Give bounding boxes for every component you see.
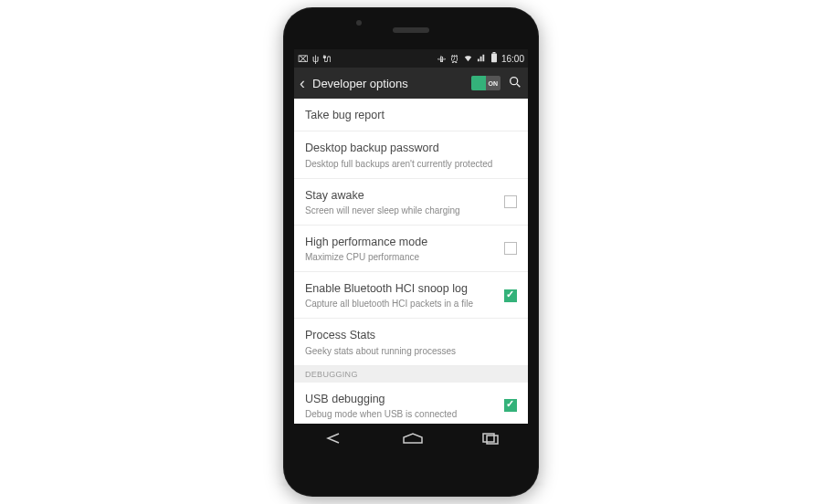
signal-icon	[477, 53, 487, 65]
checkbox-bt-hci-snoop[interactable]	[504, 289, 517, 302]
debug-icon: ⌧	[298, 54, 309, 64]
nav-bar	[294, 424, 528, 453]
row-desktop-backup-password[interactable]: Desktop backup password Desktop full bac…	[294, 131, 528, 178]
vibrate-icon: 📳︎	[437, 54, 447, 64]
phone-frame: ⌧ ψ 🔌︎ 📳︎ ⏰︎ 16:00 ‹ Develo	[283, 7, 539, 497]
row-subtitle: Desktop full backups aren't currently pr…	[305, 158, 517, 170]
checkbox-usb-debugging[interactable]	[504, 399, 517, 412]
row-subtitle: Screen will never sleep while charging	[305, 205, 497, 216]
toggle-label: ON	[489, 80, 499, 87]
checkbox-stay-awake[interactable]	[504, 195, 517, 208]
alarm-icon: ⏰︎	[450, 54, 459, 64]
clock: 16:00	[501, 54, 524, 64]
nav-recent-button[interactable]	[481, 432, 500, 445]
row-usb-debugging[interactable]: USB debugging Debug mode when USB is con…	[294, 383, 528, 425]
usb-icon: ψ	[312, 54, 319, 64]
row-subtitle: Maximize CPU performance	[305, 251, 497, 263]
row-enable-bt-hci-snoop[interactable]: Enable Bluetooth HCI snoop log Capture a…	[294, 272, 528, 319]
section-header-debugging: Debugging	[294, 366, 528, 383]
status-bar: ⌧ ψ 🔌︎ 📳︎ ⏰︎ 16:00	[294, 49, 528, 68]
back-icon[interactable]: ‹	[300, 75, 305, 91]
row-take-bug-report[interactable]: Take bug report	[294, 99, 528, 131]
row-high-performance-mode[interactable]: High performance mode Maximize CPU perfo…	[294, 226, 528, 272]
row-title: Stay awake	[305, 188, 497, 203]
svg-rect-1	[492, 52, 495, 54]
nav-back-button[interactable]	[322, 432, 344, 445]
front-camera	[356, 20, 362, 26]
row-title: Process Stats	[305, 328, 517, 342]
row-title: USB debugging	[305, 392, 497, 406]
status-left-icons: ⌧ ψ 🔌︎	[298, 54, 332, 64]
master-toggle[interactable]: ON	[471, 76, 501, 90]
row-title: Desktop backup password	[305, 141, 517, 155]
row-subtitle: Debug mode when USB is connected	[305, 408, 497, 420]
svg-line-3	[517, 84, 520, 87]
row-process-stats[interactable]: Process Stats Geeky stats about running …	[294, 319, 528, 365]
row-title: Enable Bluetooth HCI snoop log	[305, 281, 497, 296]
search-icon[interactable]	[508, 75, 522, 92]
row-stay-awake[interactable]: Stay awake Screen will never sleep while…	[294, 179, 528, 226]
action-bar: ‹ Developer options ON	[294, 68, 528, 99]
row-title: High performance mode	[305, 235, 497, 249]
row-subtitle: Capture all bluetooth HCI packets in a f…	[305, 298, 497, 310]
battery-icon	[490, 52, 498, 65]
wifi-icon	[463, 53, 473, 65]
status-right-icons: 📳︎ ⏰︎ 16:00	[437, 52, 524, 65]
page-title: Developer options	[312, 77, 464, 90]
row-title: Take bug report	[305, 108, 517, 122]
row-subtitle: Geeky stats about running processes	[305, 345, 517, 357]
svg-point-2	[511, 77, 518, 84]
checkbox-high-performance[interactable]	[504, 242, 517, 255]
screen: ⌧ ψ 🔌︎ 📳︎ ⏰︎ 16:00 ‹ Develo	[294, 49, 528, 453]
earpiece	[393, 27, 429, 33]
settings-list[interactable]: Take bug report Desktop backup password …	[294, 99, 528, 424]
power-icon: 🔌︎	[322, 54, 332, 64]
svg-rect-0	[491, 54, 497, 63]
nav-home-button[interactable]	[401, 432, 425, 445]
